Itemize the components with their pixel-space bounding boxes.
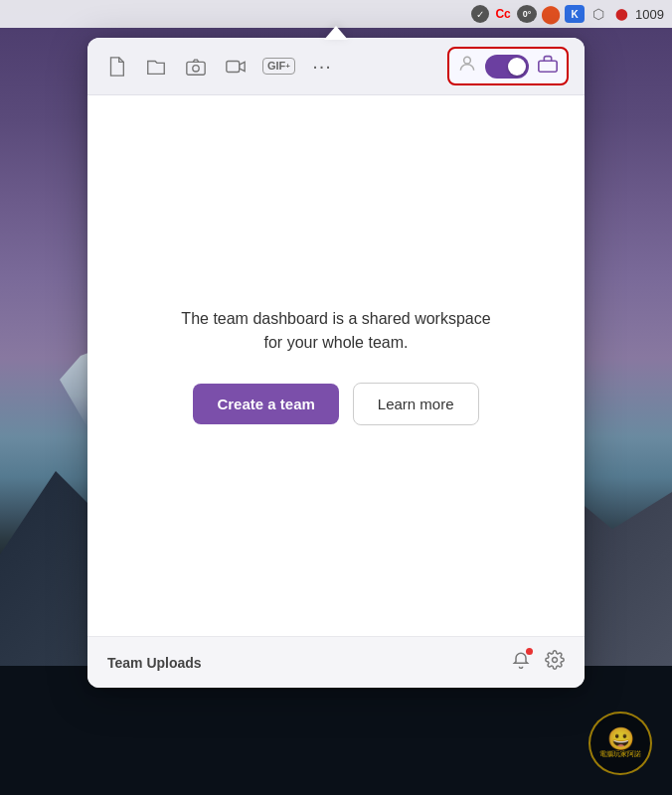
menubar-count: 1009 <box>635 7 664 22</box>
team-uploads-label: Team Uploads <box>107 655 202 671</box>
watermark: 😀 電腦玩家阿諾 <box>588 712 652 775</box>
video-tool-icon[interactable] <box>223 54 249 80</box>
content-area: The team dashboard is a shared workspace… <box>87 95 585 636</box>
description-text: The team dashboard is a shared workspace… <box>177 307 495 355</box>
create-team-button[interactable]: Create a team <box>193 384 338 424</box>
watermark-face: 😀 <box>607 728 634 750</box>
toggle-knob <box>508 58 526 76</box>
more-tool-icon[interactable]: ··· <box>309 54 335 80</box>
footer-row: Team Uploads <box>87 636 585 688</box>
dot-icon[interactable]: ⬤ <box>542 5 560 23</box>
file-tool-icon[interactable] <box>103 54 129 80</box>
gear-icon[interactable] <box>545 650 565 675</box>
adobe-cc-icon[interactable]: Cc <box>494 5 512 23</box>
svg-rect-0 <box>187 62 205 75</box>
popup-panel: GIF+ ··· <box>87 38 585 688</box>
folder-tool-icon[interactable] <box>143 54 169 80</box>
toolbar-right-group <box>447 47 569 85</box>
popup-arrow <box>324 26 348 40</box>
toolbar: GIF+ ··· <box>87 38 585 95</box>
record-icon[interactable]: ⬤ <box>612 5 630 23</box>
svg-rect-2 <box>227 61 240 72</box>
toggle-switch[interactable] <box>485 55 529 79</box>
svg-point-3 <box>464 57 471 64</box>
menubar-icons: ✓ Cc 0° ⬤ K ⬡ ⬤ 1009 <box>471 5 664 23</box>
klok-icon[interactable]: K <box>565 5 585 23</box>
watermark-badge: 😀 電腦玩家阿諾 <box>588 712 652 775</box>
gif-tool-icon[interactable]: GIF+ <box>262 58 295 75</box>
svg-point-1 <box>193 65 199 71</box>
person-icon[interactable] <box>457 54 477 79</box>
watermark-text: 電腦玩家阿諾 <box>599 750 641 758</box>
svg-point-6 <box>553 658 558 663</box>
svg-rect-4 <box>539 61 557 72</box>
cloud-upload-icon[interactable]: ⬡ <box>589 5 607 23</box>
bell-notification-dot <box>526 648 533 655</box>
zero-badge-icon[interactable]: 0° <box>517 5 537 23</box>
briefcase-icon[interactable] <box>537 53 559 80</box>
footer-icons <box>511 650 565 675</box>
menubar: ✓ Cc 0° ⬤ K ⬡ ⬤ 1009 <box>0 0 672 28</box>
check-icon[interactable]: ✓ <box>471 5 489 23</box>
button-row: Create a team Learn more <box>193 383 478 425</box>
learn-more-button[interactable]: Learn more <box>353 383 479 425</box>
toolbar-tools: GIF+ ··· <box>103 54 447 80</box>
bell-icon[interactable] <box>511 650 531 675</box>
camera-tool-icon[interactable] <box>183 54 209 80</box>
